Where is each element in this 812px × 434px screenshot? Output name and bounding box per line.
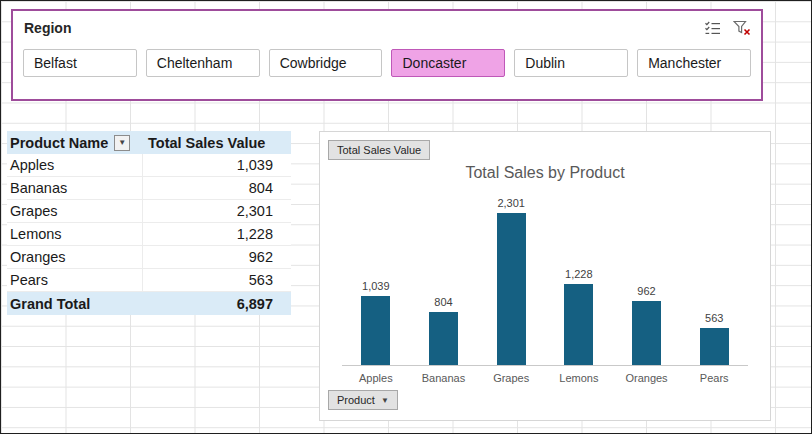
table-row: Grapes 2,301 bbox=[7, 200, 291, 223]
product-cell[interactable]: Lemons bbox=[7, 223, 143, 245]
chart-category-axis: ApplesBananasGrapesLemonsOrangesPears bbox=[342, 366, 748, 384]
grand-total-label[interactable]: Grand Total bbox=[7, 292, 143, 315]
category-label: Pears bbox=[680, 366, 748, 384]
table-row: Bananas 804 bbox=[7, 177, 291, 200]
region-slicer: Region bbox=[11, 9, 763, 101]
product-cell[interactable]: Bananas bbox=[7, 177, 143, 199]
bar-value-label: 2,301 bbox=[497, 197, 525, 209]
product-cell[interactable]: Apples bbox=[7, 154, 143, 176]
multi-select-icon[interactable] bbox=[704, 20, 721, 36]
value-cell[interactable]: 1,228 bbox=[143, 226, 291, 242]
pivot-header-value[interactable]: Total Sales Value bbox=[143, 135, 291, 151]
bar-group: 563 bbox=[680, 312, 748, 365]
product-cell[interactable]: Grapes bbox=[7, 200, 143, 222]
slicer-title: Region bbox=[24, 20, 71, 36]
bar-group: 804 bbox=[410, 296, 478, 365]
value-field-button[interactable]: Total Sales Value bbox=[328, 140, 430, 160]
spreadsheet-grid[interactable]: Region bbox=[0, 0, 812, 434]
category-label: Grapes bbox=[477, 366, 545, 384]
pivot-header-product[interactable]: Product Name ▼ bbox=[7, 131, 143, 154]
value-cell[interactable]: 804 bbox=[143, 180, 291, 196]
bar[interactable] bbox=[429, 312, 458, 365]
bar-group: 962 bbox=[613, 285, 681, 365]
slicer-item-label: Manchester bbox=[648, 55, 721, 71]
axis-field-button[interactable]: Product ▼ bbox=[328, 390, 398, 410]
bar-value-label: 1,039 bbox=[362, 280, 390, 292]
value-cell[interactable]: 962 bbox=[143, 249, 291, 265]
slicer-item-belfast[interactable]: Belfast bbox=[23, 49, 137, 77]
pivot-table: Product Name ▼ Total Sales Value Apples … bbox=[7, 131, 291, 315]
bar[interactable] bbox=[564, 284, 593, 365]
pivot-header-row: Product Name ▼ Total Sales Value bbox=[7, 131, 291, 154]
table-row: Oranges 962 bbox=[7, 246, 291, 269]
category-label: Oranges bbox=[613, 366, 681, 384]
slicer-item-label: Dublin bbox=[525, 55, 565, 71]
category-label: Apples bbox=[342, 366, 410, 384]
bar-value-label: 1,228 bbox=[565, 268, 593, 280]
bar-value-label: 804 bbox=[434, 296, 452, 308]
slicer-items: Belfast Cheltenham Cowbridge Doncaster D… bbox=[13, 36, 761, 77]
table-row: Apples 1,039 bbox=[7, 154, 291, 177]
slicer-item-label: Cowbridge bbox=[280, 55, 347, 71]
grand-total-value[interactable]: 6,897 bbox=[143, 296, 291, 312]
bar-value-label: 962 bbox=[637, 285, 655, 297]
axis-field-button-label: Product bbox=[337, 394, 375, 406]
value-cell[interactable]: 1,039 bbox=[143, 157, 291, 173]
slicer-item-doncaster[interactable]: Doncaster bbox=[391, 49, 505, 77]
table-row: Lemons 1,228 bbox=[7, 223, 291, 246]
bar[interactable] bbox=[632, 301, 661, 365]
grand-total-row: Grand Total 6,897 bbox=[7, 292, 291, 315]
category-label: Lemons bbox=[545, 366, 613, 384]
chart-plot-area: 1,0398042,3011,228962563 bbox=[342, 194, 748, 366]
bar-value-label: 563 bbox=[705, 312, 723, 324]
slicer-item-cowbridge[interactable]: Cowbridge bbox=[269, 49, 383, 77]
pivot-chart[interactable]: Total Sales Value Total Sales by Product… bbox=[319, 131, 771, 421]
value-field-button-label: Total Sales Value bbox=[337, 144, 421, 156]
slicer-item-label: Belfast bbox=[34, 55, 77, 71]
slicer-item-manchester[interactable]: Manchester bbox=[637, 49, 751, 77]
dropdown-arrow-icon: ▼ bbox=[381, 396, 389, 405]
slicer-item-label: Cheltenham bbox=[157, 55, 233, 71]
slicer-item-cheltenham[interactable]: Cheltenham bbox=[146, 49, 260, 77]
slicer-item-dublin[interactable]: Dublin bbox=[514, 49, 628, 77]
bar[interactable] bbox=[361, 296, 390, 365]
clear-filter-icon[interactable] bbox=[733, 20, 751, 36]
value-cell[interactable]: 563 bbox=[143, 272, 291, 288]
bar[interactable] bbox=[700, 328, 729, 365]
table-row: Pears 563 bbox=[7, 269, 291, 292]
product-cell[interactable]: Pears bbox=[7, 269, 143, 291]
slicer-item-label: Doncaster bbox=[402, 55, 466, 71]
bar[interactable] bbox=[497, 213, 526, 365]
value-cell[interactable]: 2,301 bbox=[143, 203, 291, 219]
slicer-header: Region bbox=[13, 11, 761, 36]
bar-group: 2,301 bbox=[477, 197, 545, 365]
chart-title: Total Sales by Product bbox=[320, 164, 770, 182]
filter-dropdown-icon[interactable]: ▼ bbox=[114, 135, 130, 151]
product-cell[interactable]: Oranges bbox=[7, 246, 143, 268]
bar-group: 1,228 bbox=[545, 268, 613, 365]
bar-group: 1,039 bbox=[342, 280, 410, 365]
category-label: Bananas bbox=[410, 366, 478, 384]
pivot-header-product-label: Product Name bbox=[10, 135, 108, 151]
